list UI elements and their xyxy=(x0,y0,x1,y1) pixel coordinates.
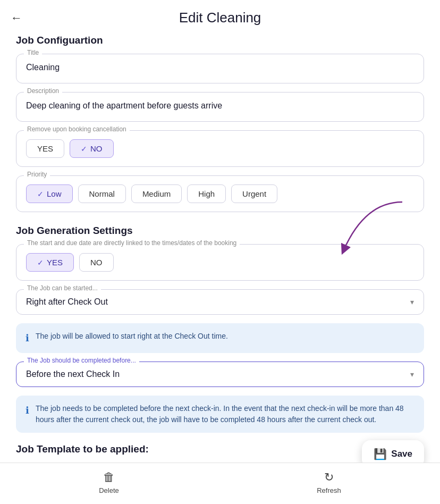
job-started-label: The Job can be started... xyxy=(24,284,101,292)
job-generation-title: Job Generation Settings xyxy=(16,225,424,237)
description-label: Description xyxy=(24,87,62,95)
remove-booking-yes-label: YES xyxy=(37,144,53,153)
remove-booking-label: Remove upon booking cancellation xyxy=(24,125,130,133)
info-box-1-text: The job will be allowed to start right a… xyxy=(36,331,228,342)
priority-low-btn[interactable]: ✓ Low xyxy=(26,184,73,203)
refresh-icon: ↻ xyxy=(324,471,334,484)
job-completed-value: Before the next Check In xyxy=(26,369,120,379)
remove-booking-field-group: Remove upon booking cancellation YES ✓ N… xyxy=(16,130,424,167)
start-due-date-label: The start and due date are directly link… xyxy=(24,239,240,247)
priority-normal-label: Normal xyxy=(89,189,115,198)
delete-icon: 🗑 xyxy=(103,471,115,484)
remove-booking-check-icon: ✓ xyxy=(81,145,87,153)
back-button[interactable]: ← xyxy=(11,12,22,24)
priority-high-btn[interactable]: High xyxy=(187,184,226,203)
priority-medium-btn[interactable]: Medium xyxy=(131,184,182,203)
job-config-title: Job Configuartion xyxy=(16,35,424,46)
priority-urgent-btn[interactable]: Urgent xyxy=(231,184,277,203)
start-due-check-icon: ✓ xyxy=(37,258,44,267)
page-title: Edit Cleaning xyxy=(179,10,261,26)
priority-low-label: Low xyxy=(47,189,62,198)
priority-toggle-group: ✓ Low Normal Medium High Urgent xyxy=(26,182,414,203)
info-box-2: ℹ The job needs to be completed before t… xyxy=(16,396,424,433)
job-completed-label: The Job should be completed before... xyxy=(24,357,139,364)
save-floppy-icon: 💾 xyxy=(374,448,387,460)
priority-medium-label: Medium xyxy=(142,189,171,198)
priority-label: Priority xyxy=(24,171,50,178)
header: ← Edit Cleaning xyxy=(0,0,440,32)
job-completed-chevron-icon: ▾ xyxy=(410,370,414,379)
remove-booking-toggle-group: YES ✓ NO xyxy=(26,137,414,158)
delete-button[interactable]: 🗑 Delete xyxy=(99,471,119,494)
save-label: Save xyxy=(391,449,412,459)
job-template-title: Job Template to be applied: xyxy=(16,443,149,455)
footer: 🗑 Delete ↻ Refresh xyxy=(0,463,440,504)
priority-field-group: Priority ✓ Low Normal Medium High Urgent xyxy=(16,175,424,212)
info-circle-icon: ℹ xyxy=(26,331,29,346)
start-due-no-btn[interactable]: NO xyxy=(79,253,114,272)
remove-booking-yes-btn[interactable]: YES xyxy=(26,139,64,158)
refresh-button[interactable]: ↻ Refresh xyxy=(317,471,341,494)
start-due-yes-label: YES xyxy=(47,258,63,267)
main-content: Job Configuartion Title Description Remo… xyxy=(0,35,440,504)
description-field-group: Description xyxy=(16,92,424,122)
refresh-label: Refresh xyxy=(317,486,341,494)
title-field-group: Title xyxy=(16,54,424,83)
priority-urgent-label: Urgent xyxy=(242,189,266,198)
dropdown-chevron-icon: ▾ xyxy=(410,298,414,306)
remove-booking-no-label: NO xyxy=(90,144,103,153)
start-due-date-field-group: The start and due date are directly link… xyxy=(16,244,424,281)
title-label: Title xyxy=(24,49,42,56)
description-input[interactable] xyxy=(26,99,414,113)
start-due-no-label: NO xyxy=(90,258,103,267)
job-completed-dropdown[interactable]: The Job should be completed before... Be… xyxy=(16,362,424,387)
remove-booking-no-btn[interactable]: ✓ NO xyxy=(70,139,114,158)
priority-high-label: High xyxy=(198,189,215,198)
priority-low-check-icon: ✓ xyxy=(37,190,44,198)
title-input[interactable] xyxy=(26,61,414,74)
info-box-1: ℹ The job will be allowed to start right… xyxy=(16,323,424,353)
delete-label: Delete xyxy=(99,486,119,494)
start-due-date-toggle-group: ✓ YES NO xyxy=(26,251,414,272)
job-started-dropdown[interactable]: The Job can be started... Right after Ch… xyxy=(16,289,424,315)
info-box-2-text: The job needs to be completed before the… xyxy=(36,403,414,425)
priority-normal-btn[interactable]: Normal xyxy=(78,184,126,203)
start-due-yes-btn[interactable]: ✓ YES xyxy=(26,253,74,272)
job-started-value: Right after Check Out xyxy=(26,297,108,307)
info-circle-icon-2: ℹ xyxy=(26,404,29,418)
